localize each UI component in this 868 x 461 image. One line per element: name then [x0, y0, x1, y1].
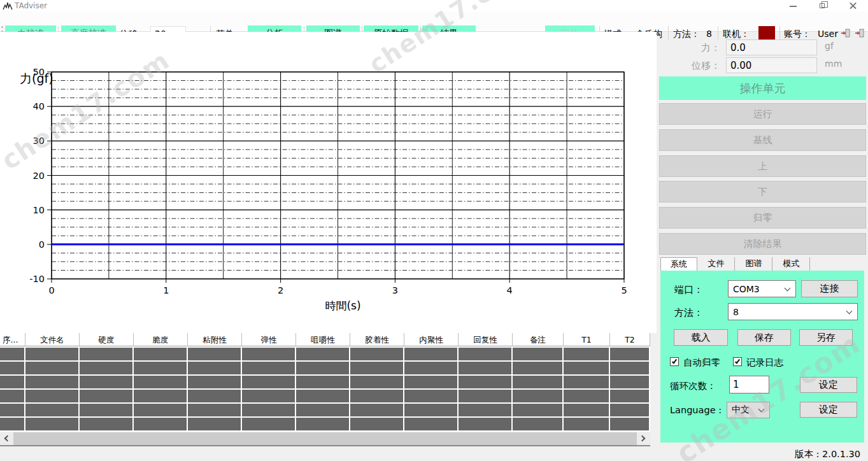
table-cell	[134, 348, 188, 362]
column-header[interactable]: 硬度	[80, 333, 134, 346]
login-icon[interactable]	[841, 28, 851, 38]
account-label: 账号：	[784, 27, 811, 41]
save-as-button[interactable]: 另存	[799, 329, 853, 346]
title-bar: TAdviser	[0, 0, 868, 11]
column-header[interactable]: T1	[564, 333, 610, 346]
online-status-indicator	[758, 26, 775, 40]
language-select[interactable]: 中文	[727, 402, 770, 418]
column-header[interactable]: 咀嚼性	[296, 333, 350, 346]
displacement-readout	[726, 57, 817, 73]
table-cell	[0, 390, 25, 404]
restore-icon	[820, 3, 825, 8]
table-cell	[0, 418, 25, 432]
chart-area: 力(gf) 50403020100-10012345時間(s)	[0, 32, 657, 333]
table-cell	[188, 376, 242, 390]
chevron-left-icon	[4, 436, 11, 442]
table-cell	[564, 404, 610, 418]
column-header[interactable]: 粘附性	[188, 333, 242, 346]
check-icon	[671, 358, 676, 364]
chevron-down-icon	[758, 406, 765, 413]
force-unit: gf	[825, 41, 834, 51]
language-label: Language :	[670, 405, 722, 415]
table-cell	[513, 362, 564, 376]
table-cell	[134, 404, 188, 418]
table-row[interactable]	[0, 390, 650, 404]
column-header[interactable]: 回复性	[459, 333, 513, 346]
logout-icon[interactable]	[855, 28, 865, 38]
method-value: 8	[706, 27, 712, 41]
table-row[interactable]	[0, 362, 650, 376]
scroll-right-button[interactable]	[637, 432, 650, 445]
scroll-left-button[interactable]	[0, 432, 13, 445]
column-header[interactable]: T2	[610, 333, 650, 346]
table-row[interactable]	[0, 376, 650, 390]
operate-unit-button[interactable]: 操作单元	[659, 76, 866, 100]
tab-mode[interactable]: 模式	[773, 257, 810, 271]
close-button[interactable]	[844, 0, 862, 11]
table-cell	[80, 348, 134, 362]
table-cell	[242, 404, 296, 418]
auto-zero-checkbox[interactable]	[670, 357, 679, 366]
table-cell	[296, 362, 350, 376]
column-header[interactable]: 文件名	[25, 333, 80, 346]
table-cell	[564, 390, 610, 404]
table-cell	[350, 390, 404, 404]
svg-text:2: 2	[278, 285, 283, 295]
table-cell	[25, 404, 80, 418]
log-label: 记录日志	[746, 357, 783, 369]
table-cell	[242, 348, 296, 362]
clear-results-button[interactable]: 清除结果	[659, 233, 866, 255]
restore-button[interactable]	[814, 0, 832, 11]
connect-button[interactable]: 连接	[801, 280, 858, 297]
column-header[interactable]: 序...	[0, 333, 25, 346]
column-header[interactable]: 内聚性	[404, 333, 459, 346]
table-cell	[188, 390, 242, 404]
load-button[interactable]: 载入	[674, 329, 728, 346]
up-button[interactable]: 上	[659, 155, 866, 177]
column-header[interactable]: 脆度	[134, 333, 188, 346]
tab-system[interactable]: 系统	[660, 257, 697, 271]
tab-graph[interactable]: 图谱	[736, 257, 772, 271]
table-cell	[513, 390, 564, 404]
minimize-button[interactable]	[785, 0, 802, 11]
table-row[interactable]	[0, 404, 650, 418]
table-cell	[296, 404, 350, 418]
svg-text:-10: -10	[29, 274, 45, 284]
svg-text:40: 40	[33, 101, 45, 111]
cycles-label: 循环次数：	[670, 380, 716, 392]
table-cell	[459, 418, 513, 432]
down-button[interactable]: 下	[659, 181, 866, 202]
run-button[interactable]: 运行	[659, 103, 866, 125]
chevron-down-icon	[846, 308, 853, 314]
table-cell	[296, 348, 350, 362]
table-header-row: 序... 文件名 硬度 脆度 粘附性 弹性 咀嚼性 胶着性 内聚性 回复性 备注…	[0, 333, 650, 346]
set-cycles-button[interactable]: 设定	[800, 377, 857, 393]
table-row[interactable]	[0, 348, 650, 362]
horizontal-scrollbar[interactable]	[0, 432, 650, 446]
table-cell	[242, 390, 296, 404]
table-cell	[25, 348, 80, 362]
table-cell	[350, 418, 404, 432]
table-cell	[350, 362, 404, 376]
table-cell	[404, 418, 459, 432]
table-cell	[25, 362, 80, 376]
port-value: COM3	[733, 283, 760, 294]
cycles-input[interactable]	[729, 376, 769, 394]
save-button[interactable]: 保存	[737, 329, 791, 346]
column-header[interactable]: 弹性	[242, 333, 296, 346]
set-language-button[interactable]: 设定	[800, 402, 857, 418]
column-header[interactable]: 胶着性	[350, 333, 404, 346]
language-value: 中文	[732, 404, 750, 416]
table-cell	[404, 390, 459, 404]
method-select[interactable]: 8	[728, 303, 858, 320]
tab-file[interactable]: 文件	[698, 257, 735, 271]
zero-button[interactable]: 归零	[659, 207, 866, 229]
method-label: 方法：	[673, 27, 700, 41]
svg-text:5: 5	[621, 285, 627, 295]
table-cell	[188, 418, 242, 432]
baseline-button[interactable]: 基线	[659, 129, 866, 151]
table-row[interactable]	[0, 418, 650, 432]
log-checkbox[interactable]	[733, 357, 742, 366]
port-select[interactable]: COM3	[728, 280, 796, 297]
column-header[interactable]: 备注	[513, 333, 564, 346]
